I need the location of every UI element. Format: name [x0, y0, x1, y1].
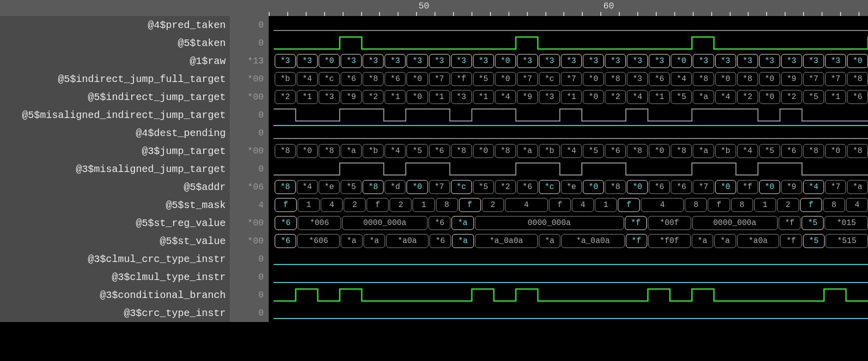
signal-row[interactable]: @5$st_mask4f142f218f24f41f48f812f84 [0, 196, 868, 214]
signal-name[interactable]: @3$clmul_type_instr [0, 268, 230, 286]
signal-row[interactable]: @5$st_reg_value*00*6*0060000_000a*6*a000… [0, 214, 868, 232]
signal-name[interactable]: @5$st_reg_value [0, 214, 230, 232]
signal-waveform[interactable] [269, 34, 868, 52]
signal-name[interactable]: @5$addr [0, 178, 230, 196]
bus-value-cell: *5 [802, 216, 824, 230]
signal-row[interactable]: @4$dest_pending0 [0, 124, 868, 142]
signal-name[interactable]: @3$jump_target [0, 142, 230, 160]
bus-value-cell: 0000_000a [475, 216, 624, 230]
signal-name[interactable]: @5$taken [0, 34, 230, 52]
signal-row[interactable]: @5$addr*06*8*4*e*5*8*d*0*7*c*5*2*6*c*e*0… [0, 178, 868, 196]
signal-waveform[interactable]: *6*0060000_000a*6*a0000_000a*f*00f0000_0… [269, 214, 868, 232]
signal-waveform[interactable] [269, 124, 868, 142]
signal-value: 4 [230, 196, 269, 214]
bus-value-cell: 2 [482, 198, 504, 212]
signal-row[interactable]: @3$conditional_branch0 [0, 286, 868, 304]
signal-row[interactable]: @5$st_value*00*6*606*a*a*a0a*6*a*a_0a0a*… [0, 232, 868, 250]
bus-value-cell: *6 [430, 234, 451, 248]
signal-name[interactable]: @5$misaligned_indirect_jump_target [0, 106, 230, 124]
bus-value-cell: 2 [390, 198, 412, 212]
signal-name[interactable]: @4$pred_taken [0, 16, 230, 34]
signal-waveform[interactable]: *8*4*e*5*8*d*0*7*c*5*2*6*c*e*0*8*0*6*6*7… [269, 178, 868, 196]
signal-value: *00 [230, 70, 269, 88]
bus-value-cell: *7 [825, 72, 846, 86]
signal-row[interactable]: @3$jump_target*00*8*0*8*a*b*4*5*6*8*0*8*… [0, 142, 868, 160]
bus-value-cell: *c [319, 72, 340, 86]
signal-row[interactable]: @3$crc_type_instr0 [0, 304, 868, 322]
signal-row[interactable]: @5$indirect_jump_full_target*00*b*4*c*6*… [0, 70, 868, 88]
signal-waveform[interactable]: *2*1*3*9*2*1*0*1*3*1*4*9*3*1*0*2*4*1*5*a… [269, 88, 868, 106]
bus-value-cell: *6 [649, 180, 670, 194]
bus-value-cell: *0 [583, 90, 604, 104]
bus-value-cell: *3 [693, 54, 714, 68]
bus-value-cell: *8 [803, 144, 824, 158]
signal-waveform[interactable] [269, 286, 868, 304]
bus-value-cell: *8 [847, 72, 868, 86]
bus-value-cell: *8 [363, 180, 384, 194]
signal-waveform[interactable]: *3*3*0*3*3*3*3*3*3*3*0*3*3*3*3*3*3*3*0*3… [269, 52, 868, 70]
bus-value-cell: *a [714, 234, 736, 248]
bus-value-cell: f [367, 198, 389, 212]
bus-value-cell: *4 [715, 90, 736, 104]
signal-name[interactable]: @5$st_mask [0, 196, 230, 214]
signal-waveform[interactable]: *b*4*c*6*8*6*0*7*f*5*0*7*c*7*0*8*3*6*4*8… [269, 70, 868, 88]
signal-row[interactable]: @3$misaligned_jump_target0 [0, 160, 868, 178]
bus-value-cell: *6 [341, 72, 362, 86]
bus-value-cell: *2 [605, 90, 626, 104]
signal-name[interactable]: @3$clmul_crc_type_instr [0, 250, 230, 268]
bus-value-cell: *3 [451, 54, 472, 68]
signal-row[interactable]: @4$pred_taken0 [0, 16, 868, 34]
signal-waveform[interactable]: *6*606*a*a*a0a*6*a*a_0a0a*a*a_0a0a*f*f0f… [269, 232, 868, 250]
signal-row[interactable]: @5$misaligned_indirect_jump_target0 [0, 106, 868, 124]
signal-waveform[interactable] [269, 268, 868, 286]
signal-name[interactable]: @3$crc_type_instr [0, 304, 230, 322]
bus-value-cell: *a0a [737, 234, 780, 248]
signal-row[interactable]: @3$clmul_type_instr0 [0, 268, 868, 286]
bus-value-cell: *8 [605, 72, 626, 86]
bus-value-cell: *3 [429, 54, 450, 68]
signal-waveform[interactable] [269, 304, 868, 322]
bus-value-cell: *1 [473, 90, 494, 104]
signal-waveform[interactable]: *8*0*8*a*b*4*5*6*8*0*8*a*b*4*5*6*8*0*8*a… [269, 142, 868, 160]
bus-value-cell: *1 [649, 90, 670, 104]
bus-value-cell: *a [341, 144, 362, 158]
bus-value-cell: *4 [671, 72, 692, 86]
bus-value-cell: *8 [275, 144, 296, 158]
bus-value-cell: *6 [275, 216, 297, 230]
signal-value: 0 [230, 124, 269, 142]
bus-value-cell: *2 [275, 90, 296, 104]
signal-waveform[interactable]: f142f218f24f41f48f812f84 [269, 196, 868, 214]
signal-waveform[interactable] [269, 106, 868, 124]
bus-value-cell: *a [452, 234, 473, 248]
ruler-label: 60 [603, 1, 614, 11]
bus-value-cell: *e [561, 180, 582, 194]
bus-value-cell: *1 [561, 90, 582, 104]
bus-value-cell: 0000_000a [692, 216, 778, 230]
signal-name[interactable]: @5$indirect_jump_target [0, 88, 230, 106]
signal-name[interactable]: @5$indirect_jump_full_target [0, 70, 230, 88]
bus-value-cell: *3 [473, 54, 494, 68]
bus-value-cell: *6 [649, 72, 670, 86]
signal-waveform[interactable] [269, 250, 868, 268]
signal-row[interactable]: @5$taken0 [0, 34, 868, 52]
signal-row[interactable]: @5$indirect_jump_target*00*2*1*3*9*2*1*0… [0, 88, 868, 106]
bus-value-cell: *1 [429, 90, 450, 104]
signal-name[interactable]: @5$st_value [0, 232, 230, 250]
bus-value-cell: f [800, 198, 822, 212]
bus-value-cell: *3 [803, 54, 824, 68]
bus-value-cell: *4 [297, 72, 318, 86]
signal-row[interactable]: @1$raw*13*3*3*0*3*3*3*3*3*3*3*0*3*3*3*3*… [0, 52, 868, 70]
bus-value-cell: *a [364, 234, 385, 248]
bus-value-cell: *606 [297, 234, 340, 248]
bus-value-cell: *3 [825, 54, 846, 68]
signal-name[interactable]: @3$conditional_branch [0, 286, 230, 304]
signal-waveform[interactable] [269, 160, 868, 178]
bus-value-cell: *0 [583, 180, 604, 194]
signal-name[interactable]: @4$dest_pending [0, 124, 230, 142]
signal-row[interactable]: @3$clmul_crc_type_instr0 [0, 250, 868, 268]
signal-name[interactable]: @3$misaligned_jump_target [0, 160, 230, 178]
bus-value-cell: *3 [539, 90, 560, 104]
signal-name[interactable]: @1$raw [0, 52, 230, 70]
signal-waveform[interactable] [269, 16, 868, 34]
bus-value-cell: *0 [407, 180, 428, 194]
